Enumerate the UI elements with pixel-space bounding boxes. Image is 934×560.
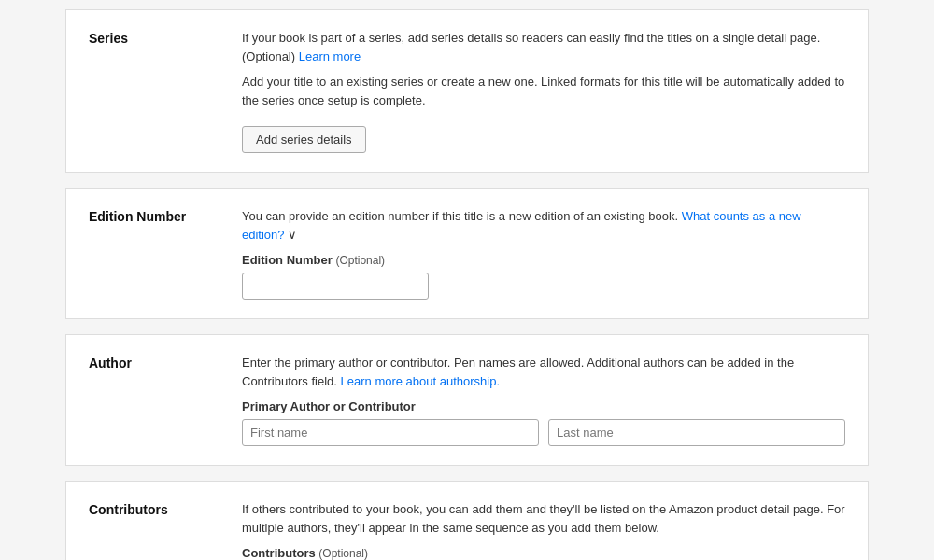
page-wrapper: Series If your book is part of a series,…	[47, 0, 887, 560]
edition-number-label: Edition Number	[89, 207, 219, 300]
author-content: Enter the primary author or contributor.…	[242, 354, 845, 446]
edition-number-description: You can provide an edition number if thi…	[242, 207, 845, 244]
contributors-content: If others contributed to your book, you …	[242, 500, 845, 560]
add-series-details-button[interactable]: Add series details	[242, 126, 366, 153]
series-section: Series If your book is part of a series,…	[65, 9, 869, 173]
series-description: If your book is part of a series, add se…	[242, 29, 845, 65]
author-label: Author	[89, 354, 219, 446]
contributors-label: Contributors	[89, 500, 219, 560]
series-content: If your book is part of a series, add se…	[242, 29, 845, 153]
edition-number-content: You can provide an edition number if thi…	[242, 207, 845, 300]
author-section: Author Enter the primary author or contr…	[65, 334, 869, 466]
author-description: Enter the primary author or contributor.…	[242, 354, 845, 390]
author-last-name-input[interactable]	[548, 419, 845, 446]
edition-number-section: Edition Number You can provide an editio…	[65, 188, 869, 319]
edition-field-label: Edition Number (Optional)	[242, 253, 845, 267]
contributors-section: Contributors If others contributed to yo…	[65, 481, 869, 560]
author-first-name-input[interactable]	[242, 419, 539, 446]
contributors-field-label: Contributors (Optional)	[242, 546, 845, 560]
edition-number-input[interactable]	[242, 273, 429, 300]
author-name-row	[242, 419, 845, 446]
series-learn-more-link[interactable]: Learn more	[299, 49, 361, 63]
primary-author-field-label: Primary Author or Contributor	[242, 399, 845, 413]
author-learn-more-link[interactable]: Learn more about authorship.	[341, 374, 501, 388]
series-label: Series	[89, 29, 219, 153]
contributors-description: If others contributed to your book, you …	[242, 500, 845, 537]
series-note: Add your title to an existing series or …	[242, 73, 845, 109]
